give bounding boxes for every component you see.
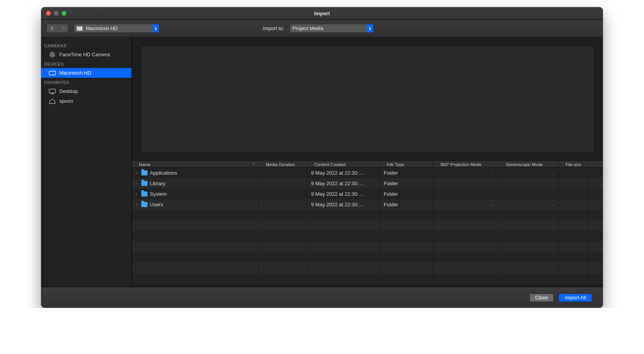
table-cell bbox=[559, 252, 587, 263]
table-cell bbox=[259, 168, 307, 178]
hd-icon bbox=[76, 26, 83, 31]
zoom-window-icon[interactable] bbox=[62, 11, 66, 16]
nav-back-forward bbox=[46, 24, 68, 33]
nav-forward-button[interactable] bbox=[57, 24, 68, 32]
table-row-empty bbox=[132, 241, 603, 252]
table-cell bbox=[499, 220, 559, 231]
sidebar-item-label: Macintosh HD bbox=[59, 70, 91, 76]
table-cell bbox=[380, 241, 433, 252]
table-cell bbox=[433, 210, 499, 220]
nav-back-button[interactable] bbox=[47, 24, 57, 32]
table-cell bbox=[259, 231, 307, 241]
svg-point-0 bbox=[50, 52, 55, 57]
table-cell: ⌄ bbox=[433, 199, 499, 210]
import-window: Import Macintosh HD ▲▼ Import to: Projec… bbox=[41, 7, 603, 308]
table-cell: ⌄ bbox=[433, 168, 499, 178]
disclosure-triangle-icon[interactable]: › bbox=[136, 192, 139, 196]
row-name: Library bbox=[150, 181, 165, 186]
table-cell: ›Library bbox=[132, 178, 259, 189]
content-area: Name⌃Media DurationContent CreatedFile T… bbox=[132, 37, 603, 287]
table-cell bbox=[559, 189, 587, 199]
svg-rect-3 bbox=[49, 89, 55, 93]
table-cell bbox=[307, 252, 380, 263]
close-button[interactable]: Close bbox=[529, 293, 554, 302]
dropdown-arrow-icon[interactable]: ⌄ bbox=[491, 203, 495, 207]
table-header: Name⌃Media DurationContent CreatedFile T… bbox=[132, 161, 603, 168]
table-cell: ⌄ bbox=[499, 199, 559, 210]
table-row[interactable]: ›Users9 May 2022 at 22:30:…Folder⌄⌄ bbox=[132, 199, 603, 210]
sidebar-item[interactable]: FaceTime HD Camera bbox=[41, 50, 132, 59]
table-cell: ›Applications bbox=[132, 168, 259, 178]
table-cell bbox=[259, 199, 307, 210]
footer: Close Import All bbox=[41, 287, 603, 308]
cell-text: Folder bbox=[384, 181, 398, 186]
table-cell: ⌄ bbox=[499, 168, 559, 178]
table-row-empty bbox=[132, 231, 603, 241]
row-name: System bbox=[150, 191, 167, 197]
table-cell bbox=[132, 231, 259, 241]
destination-popup[interactable]: Project Media ▲▼ bbox=[290, 24, 374, 33]
media-preview bbox=[141, 46, 594, 153]
table-cell bbox=[132, 273, 259, 284]
table-row[interactable]: ›Library9 May 2022 at 22:30:…Folder bbox=[132, 178, 603, 189]
column-header-size[interactable]: File size bbox=[559, 162, 587, 167]
table-cell bbox=[259, 263, 307, 273]
cell-text: Folder bbox=[384, 170, 398, 176]
preview-wrapper bbox=[132, 37, 603, 161]
disclosure-triangle-icon[interactable]: › bbox=[136, 171, 139, 175]
table-cell bbox=[259, 210, 307, 220]
table-cell bbox=[380, 220, 433, 231]
column-header-stereo[interactable]: Stereoscopic Mode bbox=[499, 162, 559, 167]
hd-icon bbox=[49, 70, 56, 76]
table-row[interactable]: ›Applications9 May 2022 at 22:30:…Folder… bbox=[132, 168, 603, 178]
sidebar-item[interactable]: Macintosh HD bbox=[41, 68, 132, 78]
table-row-empty bbox=[132, 252, 603, 263]
disclosure-triangle-icon[interactable]: › bbox=[136, 202, 139, 207]
dropdown-arrow-icon[interactable]: ⌄ bbox=[551, 171, 554, 175]
table-cell bbox=[559, 178, 587, 189]
folder-icon bbox=[141, 181, 148, 186]
table-cell bbox=[559, 231, 587, 241]
table-cell bbox=[380, 231, 433, 241]
sidebar-section-header: DEVICES bbox=[41, 59, 132, 68]
table-cell bbox=[433, 241, 499, 252]
table-cell bbox=[559, 210, 587, 220]
sidebar-item[interactable]: Desktop bbox=[41, 86, 132, 96]
disclosure-triangle-icon[interactable]: › bbox=[136, 181, 139, 186]
table-cell bbox=[559, 220, 587, 231]
table-cell bbox=[132, 210, 259, 220]
cell-text: 9 May 2022 at 22:30:… bbox=[311, 170, 364, 176]
column-header-p360[interactable]: 360° Projection Mode bbox=[433, 162, 499, 167]
sidebar-item[interactable]: spoon bbox=[41, 96, 132, 106]
table-cell bbox=[307, 231, 380, 241]
column-header-name[interactable]: Name⌃ bbox=[132, 162, 259, 167]
popup-arrows-icon: ▲▼ bbox=[153, 24, 159, 32]
table-cell: ›System bbox=[132, 189, 259, 199]
camera-target-icon bbox=[49, 52, 56, 57]
table-cell bbox=[433, 252, 499, 263]
table-cell bbox=[259, 252, 307, 263]
table-cell bbox=[132, 241, 259, 252]
dropdown-arrow-icon[interactable]: ⌄ bbox=[491, 171, 495, 175]
table-cell bbox=[380, 273, 433, 284]
main-area: CAMERASFaceTime HD CameraDEVICESMacintos… bbox=[41, 37, 603, 287]
table-cell bbox=[499, 241, 559, 252]
home-icon bbox=[49, 98, 56, 104]
location-popup[interactable]: Macintosh HD ▲▼ bbox=[74, 24, 159, 33]
desktop-icon bbox=[49, 89, 56, 94]
column-header-ftype[interactable]: File Type bbox=[380, 162, 433, 167]
table-cell bbox=[559, 199, 587, 210]
table-cell bbox=[380, 210, 433, 220]
table-row[interactable]: ›System9 May 2022 at 22:30:…Folder bbox=[132, 189, 603, 199]
dropdown-arrow-icon[interactable]: ⌄ bbox=[551, 203, 554, 207]
minimize-window-icon[interactable] bbox=[54, 11, 59, 16]
destination-label: Project Media bbox=[292, 25, 323, 31]
table-cell bbox=[259, 273, 307, 284]
cell-text: 9 May 2022 at 22:30:… bbox=[311, 191, 364, 197]
close-window-icon[interactable] bbox=[46, 11, 51, 16]
column-header-created[interactable]: Content Created bbox=[307, 162, 380, 167]
import-all-button[interactable]: Import All bbox=[559, 293, 592, 302]
table-cell: Folder bbox=[380, 199, 433, 210]
column-header-dur[interactable]: Media Duration bbox=[259, 162, 307, 167]
table-cell bbox=[307, 263, 380, 273]
